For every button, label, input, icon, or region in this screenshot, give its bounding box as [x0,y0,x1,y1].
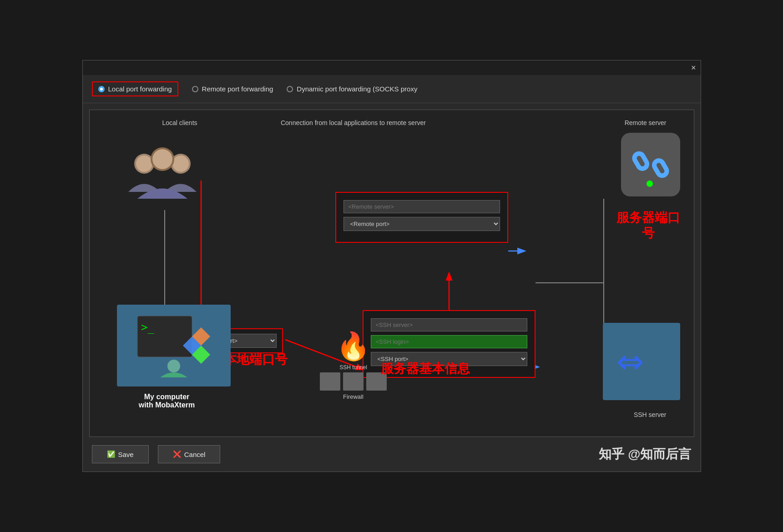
radio-circle-dynamic [287,86,293,92]
label-ssh-server: SSH server [634,411,667,418]
radio-circle-remote [192,86,198,92]
radio-remote-port-forwarding[interactable]: Remote port forwarding [192,85,273,93]
radio-local-port-forwarding[interactable]: Local port forwarding [92,81,178,96]
firewall-block-2 [343,372,364,391]
radio-label-dynamic: Dynamic port forwarding (SOCKS proxy [297,85,417,93]
terminal-svg: >_ [133,314,215,377]
people-icon [126,133,199,206]
cancel-button[interactable]: ❌ Cancel [158,445,221,463]
label-my-computer: My computerwith MobaXterm [126,393,208,409]
bottom-bar: ✅ Save ❌ Cancel 知乎 @知而后言 [83,437,701,472]
svg-point-15 [172,156,189,172]
swap-arrows-icon: ⇔ [614,341,669,382]
firewall-block-1 [320,372,340,391]
ssh-server-box: ⇔ [603,323,680,400]
annotation-server-port: 服务器端口号 [616,210,680,241]
radio-label-local: Local port forwarding [108,85,172,93]
radio-dot [100,88,103,90]
svg-point-25 [167,360,180,372]
diagram-area: Local clients Connection from local appl… [89,110,694,437]
svg-rect-19 [652,159,668,177]
svg-point-13 [136,156,152,172]
svg-rect-18 [632,152,648,170]
firewall-label: Firewall [308,393,399,400]
green-dot [647,181,653,187]
save-label: Save [118,451,134,458]
svg-point-17 [152,149,172,169]
svg-text:>_: >_ [141,321,154,334]
ssh-server-input[interactable] [371,318,527,331]
annotation-server-info: 服务器基本信息 [381,360,470,377]
remote-server-icon [621,133,680,196]
svg-text:⇔: ⇔ [616,343,644,380]
button-group: ✅ Save ❌ Cancel [92,445,221,463]
remote-port-row: <Remote port> [344,217,500,231]
zhihu-watermark: 知乎 @知而后言 [599,446,691,463]
save-button[interactable]: ✅ Save [92,445,149,463]
radio-circle-local [98,86,105,92]
remote-config-box: <Remote port> [335,192,508,243]
radio-bar: Local port forwarding Remote port forwar… [83,75,701,103]
label-remote-server: Remote server [625,119,667,126]
label-local-clients: Local clients [162,119,197,126]
radio-label-remote: Remote port forwarding [202,85,273,93]
close-button[interactable]: × [691,64,696,72]
cancel-icon: ❌ [173,450,182,458]
remote-port-select[interactable]: <Remote port> [344,217,500,231]
chain-link-icon [630,144,671,185]
title-bar: × [83,60,701,75]
dialog: × Local port forwarding Remote port forw… [82,60,701,472]
cancel-label: Cancel [184,451,206,458]
radio-dynamic-port-forwarding[interactable]: Dynamic port forwarding (SOCKS proxy [287,85,417,93]
save-icon: ✅ [107,450,116,458]
my-computer-box: >_ [117,305,231,386]
annotation-local-port: 本地端口号 [224,351,288,368]
label-connection: Connection from local applications to re… [263,119,445,126]
remote-server-input[interactable] [344,200,500,213]
